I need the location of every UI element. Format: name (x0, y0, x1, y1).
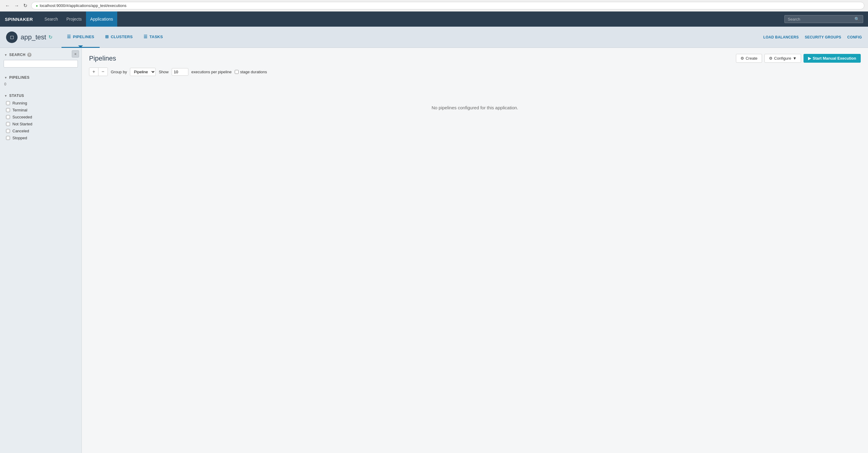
app-nav: ☰ PIPELINES ⊞ CLUSTERS ☰ TASKS (61, 27, 168, 47)
search-chevron: ▼ (4, 53, 7, 57)
collapse-button[interactable]: − (98, 68, 107, 76)
sidebar-collapse-button[interactable]: « (72, 50, 79, 58)
forward-button[interactable]: → (13, 2, 21, 9)
show-count-input[interactable] (172, 68, 188, 76)
status-running-checkbox[interactable] (6, 101, 10, 105)
configure-button[interactable]: ⚙ Configure ▼ (765, 54, 801, 63)
create-button[interactable]: ⚙ Create (736, 54, 762, 63)
create-icon: ⚙ (741, 56, 744, 61)
nav-item-applications[interactable]: Applications (86, 11, 118, 27)
app-name: app_test (21, 33, 46, 41)
sidebar: « ▼ SEARCH ? ▼ PIPELINES 0 ▼ STATUS (0, 48, 82, 453)
sidebar-status-section: ▼ STATUS Running Terminal Succeeded Not … (0, 92, 82, 141)
security-groups-link[interactable]: SECURITY GROUPS (805, 35, 841, 39)
sidebar-search-title: SEARCH (9, 53, 26, 57)
status-not-started-label: Not Started (12, 122, 32, 126)
sidebar-pipelines-title: PIPELINES (9, 75, 29, 79)
pipelines-chevron: ▼ (4, 76, 7, 79)
content-area: Pipelines ⚙ Create ⚙ Configure ▼ ▶ Start… (82, 48, 868, 453)
config-link[interactable]: CONFIG (847, 35, 862, 39)
status-stopped-label: Stopped (12, 136, 27, 140)
content-header: Pipelines ⚙ Create ⚙ Configure ▼ ▶ Start… (89, 54, 861, 63)
sidebar-search-input[interactable] (4, 60, 78, 67)
search-icon: 🔍 (855, 17, 860, 22)
nav-tasks[interactable]: ☰ TASKS (138, 27, 168, 48)
address-bar[interactable]: ● localhost:9000/#/applications/app_test… (31, 2, 864, 9)
browser-nav: ← → ↻ (4, 2, 29, 9)
sidebar-pipelines-header[interactable]: ▼ PIPELINES (0, 73, 82, 82)
app-nav-right: LOAD BALANCERS SECURITY GROUPS CONFIG (763, 35, 862, 39)
show-label: Show (159, 70, 169, 74)
start-manual-execution-button[interactable]: ▶ Start Manual Execution (804, 54, 861, 63)
back-button[interactable]: ← (4, 2, 11, 9)
top-search-input[interactable] (788, 17, 855, 22)
status-not-started-checkbox[interactable] (6, 122, 10, 126)
lock-icon: ● (36, 4, 38, 8)
sidebar-status-header[interactable]: ▼ STATUS (0, 92, 82, 100)
nav-clusters[interactable]: ⊞ CLUSTERS (100, 27, 138, 48)
sidebar-search-header[interactable]: ▼ SEARCH ? (0, 51, 82, 59)
app-icon: ◻ (6, 32, 18, 43)
group-by-select[interactable]: Pipeline (130, 68, 156, 76)
sidebar-status-title: STATUS (9, 94, 24, 98)
clusters-icon: ⊞ (105, 34, 109, 39)
configure-icon: ⚙ (769, 56, 773, 61)
nav-pipelines-label: PIPELINES (73, 34, 94, 39)
status-stopped[interactable]: Stopped (0, 134, 82, 141)
status-terminal-checkbox[interactable] (6, 108, 10, 112)
refresh-icon[interactable]: ↻ (49, 34, 52, 40)
url-text: localhost:9000/#/applications/app_test/e… (40, 3, 126, 8)
tasks-icon: ☰ (144, 34, 148, 39)
page-title: Pipelines (89, 55, 116, 62)
url-bar-area: ← → ↻ ● localhost:9000/#/applications/ap… (0, 0, 868, 11)
status-running-label: Running (12, 101, 27, 105)
status-canceled-checkbox[interactable] (6, 129, 10, 133)
app-header: ◻ app_test ↻ ☰ PIPELINES ⊞ CLUSTERS ☰ TA… (0, 27, 868, 48)
main-layout: « ▼ SEARCH ? ▼ PIPELINES 0 ▼ STATUS (0, 48, 868, 453)
empty-message: No pipelines configured for this applica… (432, 105, 518, 110)
sidebar-search-section: ▼ SEARCH ? (0, 51, 82, 70)
group-by-label: Group by (111, 70, 127, 74)
stage-durations-checkbox[interactable] (235, 70, 239, 74)
status-terminal[interactable]: Terminal (0, 106, 82, 114)
toolbar: + − Group by Pipeline Show executions pe… (89, 67, 861, 76)
status-chevron: ▼ (4, 94, 7, 97)
stage-durations-label-text: stage durations (240, 70, 267, 74)
status-succeeded-checkbox[interactable] (6, 115, 10, 119)
search-help-icon[interactable]: ? (27, 53, 31, 57)
play-icon: ▶ (808, 56, 811, 61)
empty-state: No pipelines configured for this applica… (89, 81, 861, 134)
load-balancers-link[interactable]: LOAD BALANCERS (763, 35, 799, 39)
brand-logo: SPINNAKER (5, 17, 33, 22)
reload-button[interactable]: ↻ (22, 2, 29, 9)
status-succeeded-label: Succeeded (12, 115, 32, 119)
nav-clusters-label: CLUSTERS (111, 34, 133, 39)
expand-button[interactable]: + (89, 68, 98, 76)
sidebar-pipelines-section: ▼ PIPELINES 0 (0, 73, 82, 88)
nav-item-search[interactable]: Search (40, 11, 62, 27)
status-canceled[interactable]: Canceled (0, 128, 82, 134)
status-terminal-label: Terminal (12, 108, 27, 112)
status-not-started[interactable]: Not Started (0, 121, 82, 128)
configure-chevron: ▼ (793, 56, 797, 61)
expand-collapse-group: + − (89, 67, 108, 76)
pipelines-icon: ☰ (67, 34, 71, 39)
nav-tasks-label: TASKS (149, 34, 163, 39)
status-canceled-label: Canceled (12, 129, 29, 133)
nav-pipelines[interactable]: ☰ PIPELINES (61, 27, 100, 48)
stage-durations-toggle[interactable]: stage durations (235, 70, 267, 74)
top-nav: SPINNAKER Search Projects Applications 🔍 (0, 11, 868, 27)
status-succeeded[interactable]: Succeeded (0, 114, 82, 121)
nav-item-projects[interactable]: Projects (62, 11, 86, 27)
status-running[interactable]: Running (0, 100, 82, 106)
sidebar-pipelines-count: 0 (0, 82, 82, 88)
executions-per-pipeline-label: executions per pipeline (191, 70, 232, 74)
status-stopped-checkbox[interactable] (6, 136, 10, 140)
top-search-box[interactable]: 🔍 (784, 15, 863, 23)
content-actions: ⚙ Create ⚙ Configure ▼ ▶ Start Manual Ex… (736, 54, 861, 63)
